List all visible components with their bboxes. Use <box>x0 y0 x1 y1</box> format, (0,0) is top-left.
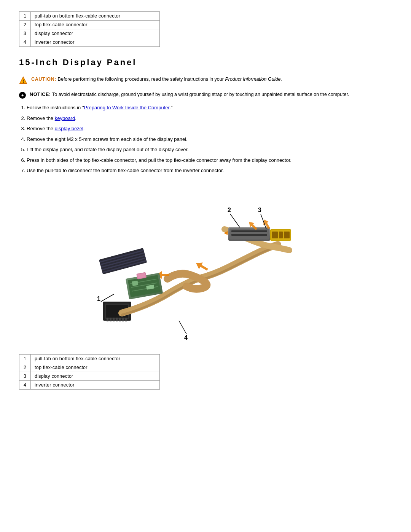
row-num: 1 <box>19 12 31 21</box>
row-num: 4 <box>19 38 31 47</box>
svg-text:1: 1 <box>97 296 100 302</box>
svg-rect-39 <box>272 232 278 238</box>
row-label: top flex-cable connector <box>31 363 160 372</box>
bottom-reference-table: 1pull-tab on bottom flex-cable connector… <box>19 354 160 390</box>
caution-block: ! CAUTION: Before performing the followi… <box>19 76 392 86</box>
svg-line-48 <box>179 321 186 334</box>
list-item: Remove the keyboard. <box>27 115 392 122</box>
svg-text:3: 3 <box>258 207 261 213</box>
row-label: display connector <box>31 29 160 38</box>
svg-rect-17 <box>125 318 127 321</box>
table-row: 3display connector <box>19 29 160 38</box>
svg-rect-16 <box>122 318 124 321</box>
table-row: 1pull-tab on bottom flex-cable connector <box>19 354 160 363</box>
row-num: 2 <box>19 21 31 29</box>
notice-block: ● NOTICE: To avoid electrostatic dischar… <box>19 91 392 99</box>
svg-rect-11 <box>107 318 108 321</box>
svg-text:4: 4 <box>184 334 188 341</box>
step-link[interactable]: display bezel <box>55 126 83 131</box>
svg-line-44 <box>230 214 240 227</box>
row-label: display connector <box>31 372 160 380</box>
svg-rect-25 <box>132 280 139 286</box>
list-item: Follow the instructions in "Preparing to… <box>27 104 392 112</box>
svg-text:2: 2 <box>228 207 231 213</box>
top-reference-table: 1pull-tab on bottom flex-cable connector… <box>19 11 160 47</box>
row-num: 3 <box>19 29 31 38</box>
table-row: 2top flex-cable connector <box>19 21 160 29</box>
list-item: Remove the display bezel. <box>27 125 392 133</box>
caution-icon: ! <box>19 76 27 86</box>
svg-rect-32 <box>231 234 267 236</box>
step-link[interactable]: keyboard <box>55 115 75 121</box>
table-row: 3display connector <box>19 372 160 380</box>
row-num: 1 <box>19 354 31 363</box>
list-item: Press in both sides of the top flex-cabl… <box>27 157 392 164</box>
list-item: Lift the display panel, and rotate the d… <box>27 146 392 153</box>
section-heading: 15-Inch Display Panel <box>19 58 392 67</box>
svg-marker-19 <box>194 260 209 273</box>
list-item: Remove the eight M2 x 5-mm screws from e… <box>27 136 392 143</box>
caution-text: CAUTION: Before performing the following… <box>31 76 282 83</box>
row-label: top flex-cable connector <box>31 21 160 29</box>
row-label: inverter connector <box>31 380 160 389</box>
row-num: 3 <box>19 372 31 380</box>
row-label: inverter connector <box>31 38 160 47</box>
svg-rect-13 <box>113 318 115 321</box>
diagram-image: 1 2 3 4 <box>91 184 320 343</box>
list-item: Use the pull-tab to disconnect the botto… <box>27 167 392 174</box>
table-row: 4inverter connector <box>19 38 160 47</box>
notice-icon: ● <box>19 92 26 99</box>
svg-rect-14 <box>116 318 118 321</box>
svg-rect-41 <box>284 232 290 238</box>
bottom-table-wrap: 1pull-tab on bottom flex-cable connector… <box>19 354 392 390</box>
svg-text:!: ! <box>22 79 24 83</box>
svg-rect-31 <box>231 230 267 232</box>
table-row: 4inverter connector <box>19 380 160 389</box>
table-row: 1pull-tab on bottom flex-cable connector <box>19 12 160 21</box>
step-link[interactable]: Preparing to Work Inside the Computer <box>84 105 170 110</box>
svg-rect-40 <box>279 232 283 238</box>
row-num: 2 <box>19 363 31 372</box>
diagram-area: 1 2 3 4 <box>19 184 392 343</box>
svg-rect-12 <box>110 318 112 321</box>
table-row: 2top flex-cable connector <box>19 363 160 372</box>
row-num: 4 <box>19 380 31 389</box>
notice-text: NOTICE: To avoid electrostatic discharge… <box>30 91 349 98</box>
svg-line-42 <box>101 294 114 302</box>
instructions-list: Follow the instructions in "Preparing to… <box>27 104 392 174</box>
svg-rect-15 <box>119 318 121 321</box>
row-label: pull-tab on bottom flex-cable connector <box>31 12 160 21</box>
row-label: pull-tab on bottom flex-cable connector <box>31 354 160 363</box>
